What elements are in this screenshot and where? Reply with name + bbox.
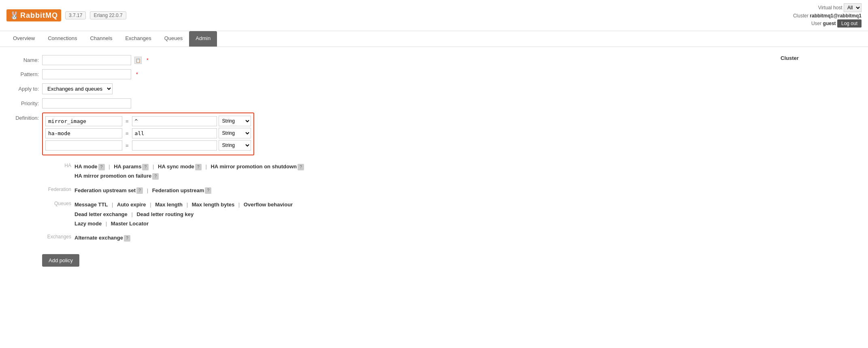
- add-policy-button[interactable]: Add policy: [42, 254, 79, 267]
- def-eq-3: =: [124, 142, 130, 149]
- def-val-3[interactable]: [132, 140, 217, 151]
- exchanges-links: Alternate exchange?: [74, 233, 772, 242]
- user-info: User guest Log out: [793, 19, 862, 28]
- cluster-info: Cluster rabbitmq1@rabbitmq1: [793, 13, 862, 19]
- name-label: Name:: [6, 57, 39, 63]
- top-right-info: Virtual host All Cluster rabbitmq1@rabbi…: [793, 3, 862, 28]
- top-bar: 🐰 RabbitMQ 3.7.17 Erlang 22.0.7 Virtual …: [0, 0, 868, 31]
- nav-queues[interactable]: Queues: [158, 31, 189, 47]
- priority-label: Priority:: [6, 100, 39, 106]
- sep8: |: [238, 202, 240, 208]
- priority-row: Priority:: [6, 98, 772, 108]
- max-length-link[interactable]: Max length: [155, 202, 183, 208]
- side-panel: Cluster: [781, 55, 862, 267]
- logo-icon: 🐰: [10, 11, 19, 20]
- ha-mirror-shutdown-link[interactable]: HA mirror promotion on shutdown: [211, 163, 297, 170]
- sep9: |: [131, 211, 132, 217]
- fed-upstream-set-q[interactable]: ?: [136, 187, 143, 194]
- logo-area: 🐰 RabbitMQ 3.7.17 Erlang 22.0.7: [6, 9, 126, 21]
- queues-category: Queues: [43, 200, 71, 206]
- nav-overview[interactable]: Overview: [6, 31, 41, 47]
- def-val-1[interactable]: [132, 116, 217, 126]
- logout-button[interactable]: Log out: [837, 19, 862, 28]
- ha-mirror-failure-link[interactable]: HA mirror promotion on failure: [74, 173, 151, 179]
- apply-to-row: Apply to: Exchanges and queues Exchanges…: [6, 83, 772, 94]
- erlang-badge: Erlang 22.0.7: [90, 11, 126, 19]
- user-name: guest: [823, 21, 836, 26]
- dead-letter-exchange-link[interactable]: Dead letter exchange: [74, 211, 128, 217]
- cluster-sidebar-label: Cluster: [781, 55, 799, 61]
- nav-bar: Overview Connections Channels Exchanges …: [0, 31, 868, 47]
- priority-input[interactable]: [42, 98, 131, 108]
- def-row-3: = String Number Boolean List: [45, 140, 251, 151]
- def-type-1[interactable]: String Number Boolean List: [219, 116, 251, 126]
- cluster-name: rabbitmq1@rabbitmq1: [810, 13, 862, 19]
- def-row-1: = String Number Boolean List: [45, 116, 251, 126]
- virtual-host-info: Virtual host All: [793, 3, 862, 12]
- ha-line-1: HA mode? | HA params? | HA sync mode? | …: [74, 162, 772, 171]
- auto-expire-link[interactable]: Auto expire: [117, 202, 146, 208]
- exchanges-section: Exchanges Alternate exchange?: [43, 233, 772, 242]
- ha-params-q[interactable]: ?: [142, 164, 149, 170]
- federation-section: Federation Federation upstream set? | Fe…: [43, 186, 772, 195]
- user-label: User: [811, 21, 821, 26]
- ha-params-link[interactable]: HA params: [114, 163, 141, 170]
- pattern-row: Pattern: *: [6, 69, 772, 79]
- virtual-host-select[interactable]: All: [844, 3, 862, 12]
- nav-admin[interactable]: Admin: [189, 31, 217, 47]
- name-required: *: [147, 57, 149, 63]
- exchanges-category: Exchanges: [43, 233, 71, 240]
- overflow-behaviour-link[interactable]: Overflow behaviour: [244, 202, 293, 208]
- pattern-label: Pattern:: [6, 71, 39, 77]
- ha-shutdown-q[interactable]: ?: [298, 164, 304, 170]
- pattern-input[interactable]: [42, 69, 131, 79]
- def-row-2: = String Number Boolean List: [45, 128, 251, 138]
- def-eq-1: =: [124, 118, 130, 124]
- federation-line-1: Federation upstream set? | Federation up…: [74, 186, 772, 195]
- message-ttl-link[interactable]: Message TTL: [74, 202, 108, 208]
- def-val-2[interactable]: [132, 128, 217, 138]
- virtual-host-label: Virtual host: [818, 5, 842, 11]
- help-sections: HA HA mode? | HA params? | HA sync mode?…: [6, 162, 772, 243]
- federation-category: Federation: [43, 186, 71, 192]
- exchanges-line-1: Alternate exchange?: [74, 233, 772, 242]
- ha-links: HA mode? | HA params? | HA sync mode? | …: [74, 162, 772, 181]
- def-key-1[interactable]: [45, 116, 122, 126]
- dead-letter-routing-key-link[interactable]: Dead letter routing key: [136, 211, 194, 217]
- nav-connections[interactable]: Connections: [41, 31, 83, 47]
- ha-sync-mode-link[interactable]: HA sync mode: [158, 163, 194, 170]
- paste-icon[interactable]: 📋: [134, 57, 142, 64]
- sep2: |: [153, 163, 154, 170]
- name-row: Name: 📋 *: [6, 55, 772, 65]
- version-badge: 3.7.17: [65, 11, 86, 19]
- def-type-2[interactable]: String Number Boolean List: [219, 128, 251, 138]
- fed-upstream-link[interactable]: Federation upstream: [152, 187, 204, 193]
- nav-exchanges[interactable]: Exchanges: [119, 31, 157, 47]
- queues-links: Message TTL | Auto expire | Max length |…: [74, 200, 772, 228]
- ha-mode-q[interactable]: ?: [98, 164, 105, 170]
- def-type-3[interactable]: String Number Boolean List: [219, 140, 251, 151]
- def-eq-2: =: [124, 130, 130, 136]
- fed-upstream-q[interactable]: ?: [205, 187, 211, 194]
- sep1: |: [108, 163, 110, 170]
- def-key-2[interactable]: [45, 128, 122, 138]
- logo-text: RabbitMQ: [20, 11, 58, 20]
- ha-mode-link[interactable]: HA mode: [74, 163, 98, 170]
- pattern-required: *: [136, 72, 138, 77]
- apply-to-select[interactable]: Exchanges and queues Exchanges Queues: [42, 83, 113, 94]
- alternate-exchange-link[interactable]: Alternate exchange: [74, 235, 123, 241]
- def-key-3[interactable]: [45, 140, 122, 151]
- ha-sync-q[interactable]: ?: [195, 164, 202, 170]
- queues-line-3: Lazy mode | Master Locator: [74, 219, 772, 228]
- ha-line-2: HA mirror promotion on failure?: [74, 171, 772, 180]
- lazy-mode-link[interactable]: Lazy mode: [74, 221, 102, 227]
- logo: 🐰 RabbitMQ: [6, 9, 61, 21]
- master-locator-link[interactable]: Master Locator: [111, 221, 149, 227]
- apply-to-label: Apply to:: [6, 86, 39, 92]
- name-input[interactable]: [42, 55, 131, 65]
- fed-upstream-set-link[interactable]: Federation upstream set: [74, 187, 136, 193]
- ha-failure-q[interactable]: ?: [152, 173, 159, 180]
- alt-exchange-q[interactable]: ?: [124, 235, 130, 242]
- nav-channels[interactable]: Channels: [83, 31, 119, 47]
- max-length-bytes-link[interactable]: Max length bytes: [192, 202, 234, 208]
